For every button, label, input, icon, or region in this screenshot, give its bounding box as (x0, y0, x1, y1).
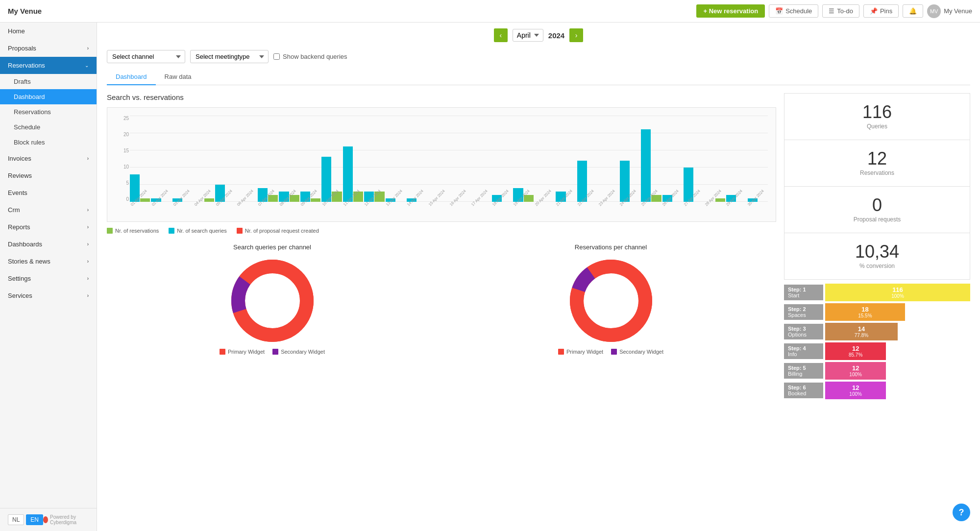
funnel-step-label: Step: 4Info (784, 343, 823, 359)
next-month-button[interactable]: › (569, 28, 583, 42)
topbar: My Venue + New reservation 📅 Schedule ☰ … (0, 0, 980, 23)
main-layout: Home Proposals › Reservations ⌄ Drafts D… (0, 23, 980, 531)
sidebar-item-stories[interactable]: Stories & news › (0, 253, 97, 270)
funnel-step-label: Step: 3Options (784, 324, 823, 339)
year-display: 2024 (548, 31, 564, 40)
month-navigation: ‹ April 2024 › (107, 28, 970, 42)
sidebar-footer: NL EN Powered by Cyberdigma (0, 508, 97, 531)
sidebar-item-settings[interactable]: Settings › (0, 270, 97, 287)
funnel-item: Step: 1Start116100% (784, 284, 970, 301)
funnel-bar: 1815.5% (825, 303, 905, 321)
topbar-actions: + New reservation 📅 Schedule ☰ To-do 📌 P… (696, 4, 972, 18)
show-backend-label[interactable]: Show backend queries (283, 53, 347, 60)
bar-blue (343, 146, 353, 202)
chevron-down-icon: ⌄ (85, 63, 89, 68)
bar-chart-container: 25 20 15 10 5 0 (107, 107, 776, 222)
reservations-value: 12 (794, 150, 960, 168)
sidebar-item-reservations-sub[interactable]: Reservations (0, 104, 97, 120)
sidebar-item-crm[interactable]: Crm › (0, 201, 97, 218)
funnel-bar-container: 1815.5% (825, 303, 970, 321)
stat-reservations: 12 Reservations (784, 140, 970, 187)
view-tabs: Dashboard Raw data (107, 69, 970, 85)
calendar-icon: 📅 (775, 7, 783, 15)
bar-blue (641, 129, 651, 202)
proposals-label: Proposal requests (794, 216, 960, 223)
funnel-bar-container: 12100% (825, 362, 970, 380)
help-button[interactable]: ? (953, 504, 970, 521)
lang-nl-button[interactable]: NL (8, 514, 24, 525)
language-switcher: NL EN (8, 514, 43, 525)
legend-queries: Nr. of search queries (169, 228, 227, 234)
sidebar-item-home[interactable]: Home (0, 23, 97, 40)
donut-queries-svg (228, 257, 317, 345)
donut-charts-row: Search queries per channel Primary Widge… (107, 243, 776, 355)
donut-queries-legend: Primary Widget Secondary Widget (107, 349, 438, 355)
conversion-label: % conversion (794, 263, 960, 269)
cyberdigma-logo (43, 516, 48, 523)
bar-chart-bars (130, 116, 768, 202)
stat-conversion: 10,34 % conversion (784, 233, 970, 279)
donut-res-dot-secondary (611, 349, 617, 355)
channel-select[interactable]: Select channel (107, 50, 185, 63)
right-panel: 116 Queries 12 Reservations 0 Proposal r… (784, 93, 970, 401)
donut-reservations-svg (567, 257, 655, 345)
legend-reservations: Nr. of reservations (107, 228, 159, 234)
funnel-bar-container: 12100% (825, 382, 970, 399)
tab-dashboard[interactable]: Dashboard (107, 69, 156, 85)
chevron-right-icon-crm: › (87, 207, 89, 213)
stat-proposals: 0 Proposal requests (784, 187, 970, 233)
month-select[interactable]: April (513, 29, 543, 42)
donut-reservations-legend: Primary Widget Secondary Widget (445, 349, 776, 355)
sidebar-item-proposals[interactable]: Proposals › (0, 40, 97, 57)
pins-button[interactable]: 📌 Pins (863, 4, 899, 18)
list-icon: ☰ (829, 7, 834, 15)
sidebar-item-reports[interactable]: Reports › (0, 218, 97, 236)
show-backend-checkbox[interactable] (273, 53, 280, 60)
avatar: MV (927, 4, 941, 18)
funnel-item: Step: 5Billing12100% (784, 362, 970, 380)
sidebar-item-reviews[interactable]: Reviews (0, 167, 97, 184)
sidebar-item-services[interactable]: Services › (0, 287, 97, 304)
left-panel: Search vs. reservations 25 20 15 10 5 0 (107, 93, 776, 401)
user-menu[interactable]: MV My Venue (927, 4, 972, 18)
schedule-button[interactable]: 📅 Schedule (769, 4, 818, 18)
prev-month-button[interactable]: ‹ (494, 28, 508, 42)
chevron-right-icon-services: › (87, 293, 89, 298)
y-axis: 25 20 15 10 5 0 (115, 116, 129, 202)
sidebar-item-reservations[interactable]: Reservations ⌄ (0, 57, 97, 74)
sidebar-item-schedule[interactable]: Schedule (0, 120, 97, 135)
filters-row: Select channel Select meetingtype Show b… (107, 50, 970, 63)
proposals-value: 0 (794, 196, 960, 214)
donut-reservations-title: Reservations per channel (445, 243, 776, 251)
chevron-right-icon-dashboards: › (87, 241, 89, 247)
chevron-right-icon: › (87, 46, 89, 51)
funnel-item: Step: 3Options1477.8% (784, 323, 970, 340)
funnel-bar: 116100% (825, 284, 970, 301)
dashboard-grid: Search vs. reservations 25 20 15 10 5 0 (107, 93, 970, 401)
sidebar-item-dashboards[interactable]: Dashboards › (0, 236, 97, 253)
legend-dot-red (237, 228, 243, 234)
funnel-bar: 1477.8% (825, 323, 898, 340)
todo-button[interactable]: ☰ To-do (822, 4, 859, 18)
stat-queries: 116 Queries (784, 94, 970, 140)
sidebar-item-block-rules[interactable]: Block rules (0, 135, 97, 150)
sidebar-item-invoices[interactable]: Invoices › (0, 150, 97, 167)
sidebar-item-events[interactable]: Events (0, 184, 97, 201)
lang-en-button[interactable]: EN (26, 514, 43, 525)
bell-button[interactable]: 🔔 (903, 4, 923, 18)
sidebar-item-drafts[interactable]: Drafts (0, 74, 97, 89)
conversion-value: 10,34 (794, 243, 960, 261)
meetingtype-select[interactable]: Select meetingtype (190, 50, 269, 63)
donut-dot-secondary (272, 349, 278, 355)
bar-chart-section: Search vs. reservations 25 20 15 10 5 0 (107, 93, 776, 236)
donut-dot-primary (220, 349, 225, 355)
sidebar-item-dashboard[interactable]: Dashboard (0, 89, 97, 104)
app-logo: My Venue (8, 7, 42, 15)
legend-dot-blue (169, 228, 174, 234)
funnel-item: Step: 4Info1285.7% (784, 342, 970, 360)
tab-raw-data[interactable]: Raw data (156, 69, 200, 85)
powered-by: Powered by Cyberdigma (43, 514, 89, 525)
donut-queries-title: Search queries per channel (107, 243, 438, 251)
new-reservation-button[interactable]: + New reservation (696, 4, 765, 18)
dashboard-content: ‹ April 2024 › Select channel Select mee… (97, 23, 980, 407)
